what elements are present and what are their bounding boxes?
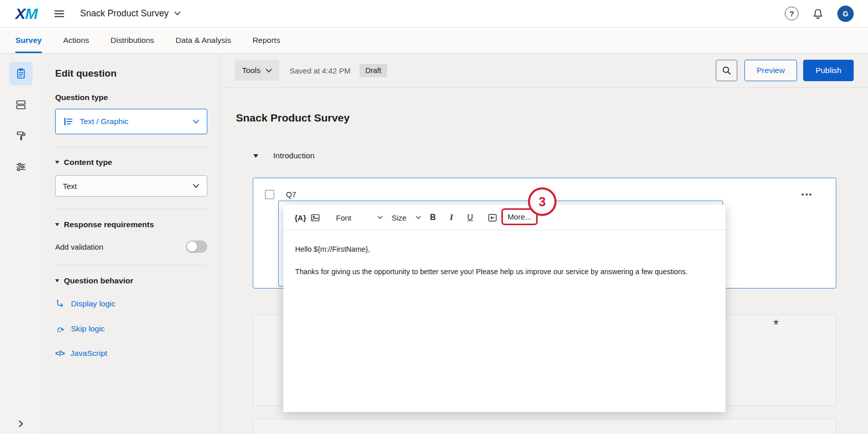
text-graphic-icon [63,116,74,127]
question-type-dropdown[interactable]: Text / Graphic [55,109,207,134]
piped-text-button[interactable]: {A} [295,205,306,230]
block-collapse-caret-icon[interactable] [253,154,258,158]
bold-button[interactable]: B [430,205,436,230]
skip-logic-icon [55,324,65,334]
block-title[interactable]: Introduction [273,151,315,160]
skip-logic-label: Skip logic [71,324,105,333]
xm-logo: XM [15,6,37,21]
greeting-line: Hello ${m://FirstName}, [295,244,705,255]
insert-image-button[interactable] [310,205,321,230]
saved-status: Saved at 4:42 PM [290,66,350,75]
question-type-value: Text / Graphic [80,117,129,126]
survey-options-icon[interactable] [9,155,33,179]
tab-survey[interactable]: Survey [15,28,42,53]
content-type-label: Content type [64,158,112,167]
question-checkbox[interactable] [265,190,274,199]
search-button[interactable] [716,60,737,81]
question-behavior-links: Display logic Skip logic </> JavaScript [55,299,207,358]
block-header: Introduction [253,151,315,160]
tab-actions[interactable]: Actions [63,28,89,53]
javascript-label: JavaScript [70,349,107,358]
source-code-icon [487,212,498,223]
font-dropdown-caret-icon[interactable] [377,205,383,230]
question-behavior-section-header[interactable]: Question behavior [55,276,207,285]
expand-rail-chevron-icon[interactable] [0,420,41,428]
divider [55,209,207,209]
help-glyph: ? [789,9,794,18]
preview-button[interactable]: Preview [744,60,797,81]
content-type-value: Text [63,182,77,190]
tools-label: Tools [242,66,260,75]
survey-page-title: Snack Product Survey [236,112,350,124]
help-icon[interactable]: ? [785,7,799,20]
question-card-partial[interactable] [253,419,836,434]
survey-flow-icon[interactable] [9,93,33,116]
publish-button[interactable]: Publish [803,60,854,81]
notifications-bell-icon[interactable] [812,8,824,20]
logo-x: X [15,5,25,22]
header-actions: ? G [785,6,854,22]
rich-text-toolbar: {A} Font Size B I U [283,205,726,230]
display-logic-link[interactable]: Display logic [55,299,207,309]
preview-label: Preview [757,66,785,75]
italic-button[interactable]: I [450,205,453,230]
font-dropdown[interactable]: Font [336,205,351,230]
add-validation-toggle[interactable] [186,240,207,253]
skip-logic-link[interactable]: Skip logic [55,324,207,334]
chevron-down-icon [266,68,272,73]
hamburger-menu-icon[interactable] [53,7,66,20]
canvas-scroll-area: Snack Product Survey Introduction Q7 * { [221,88,868,434]
search-icon [721,65,732,76]
display-logic-label: Display logic [71,299,115,308]
canvas-toolbar: Tools Saved at 4:42 PM Draft Preview Pub… [221,54,868,88]
collapse-caret-icon [55,279,59,282]
source-code-button[interactable] [487,205,498,230]
question-options-ellipsis-icon[interactable] [802,194,811,196]
content-type-dropdown[interactable]: Text [55,175,207,197]
content-type-section-header[interactable]: Content type [55,158,207,167]
tab-data-analysis[interactable]: Data & Analysis [176,28,231,53]
rich-text-editor-popup: {A} Font Size B I U [283,205,726,412]
response-requirements-section-header[interactable]: Response requirements [55,220,207,229]
tab-reports[interactable]: Reports [252,28,280,53]
avatar-initial: G [843,10,849,18]
required-asterisk: * [773,317,779,333]
image-icon [310,212,321,223]
annotation-number: 3 [539,195,546,209]
size-dropdown[interactable]: Size [392,205,406,230]
display-logic-icon [55,299,65,309]
size-dropdown-caret-icon[interactable] [416,205,421,230]
question-type-label: Question type [55,93,207,102]
app-window: XM Snack Product Survey ? G Survey Actio… [0,0,868,434]
javascript-link[interactable]: </> JavaScript [55,349,207,358]
add-validation-row: Add validation [55,240,207,253]
question-id: Q7 [286,190,296,199]
javascript-icon: </> [55,349,65,357]
chevron-down-icon [174,11,181,16]
body-paragraph: Thanks for giving us the opportunity to … [295,266,705,278]
collapse-caret-icon [55,161,59,164]
draft-badge: Draft [359,64,387,77]
annotation-step-circle: 3 [528,187,557,216]
edit-question-panel: Edit question Question type Text / Graph… [42,54,221,434]
look-and-feel-icon[interactable] [9,124,33,148]
response-requirements-label: Response requirements [64,220,154,229]
logo-m: M [25,5,37,22]
builder-rail [0,54,42,434]
chevron-down-icon [192,119,200,124]
avatar[interactable]: G [837,6,854,22]
survey-builder-icon[interactable] [9,62,33,85]
chevron-down-icon [192,184,200,188]
panel-title: Edit question [55,68,207,79]
survey-canvas-area: Tools Saved at 4:42 PM Draft Preview Pub… [221,54,868,434]
underline-button[interactable]: U [467,205,473,230]
divider [55,265,207,266]
survey-title-dropdown[interactable]: Snack Product Survey [80,8,181,19]
rich-text-body[interactable]: Hello ${m://FirstName}, Thanks for givin… [283,230,726,278]
survey-title: Snack Product Survey [80,8,168,19]
collapse-caret-icon [55,223,59,226]
add-validation-label: Add validation [55,243,103,251]
tab-distributions[interactable]: Distributions [111,28,154,53]
tools-button[interactable]: Tools [235,60,279,81]
question-behavior-label: Question behavior [64,276,133,285]
